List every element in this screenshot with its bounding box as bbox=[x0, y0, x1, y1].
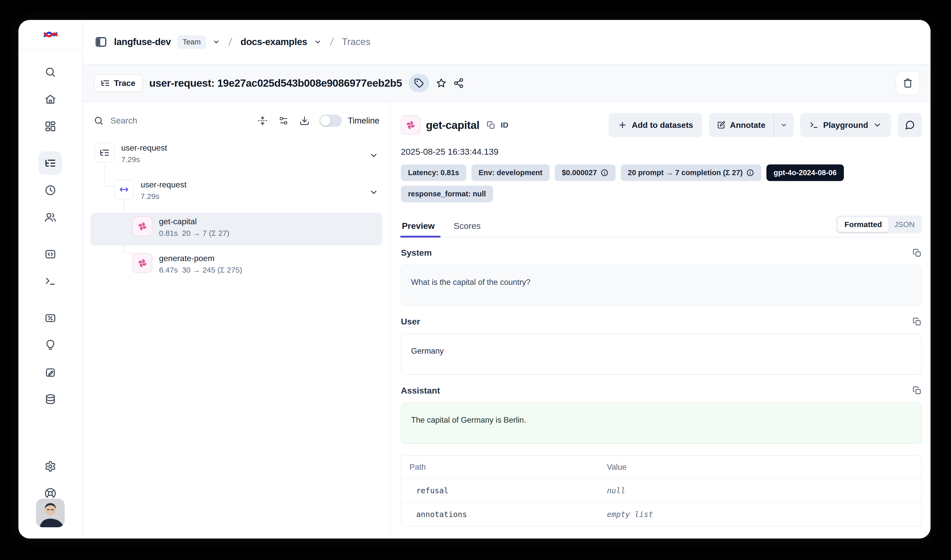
assistant-message-box: The capital of Germany is Berlin. bbox=[401, 403, 922, 444]
terminal-icon bbox=[45, 275, 56, 287]
io-sections: System What is the capital of the countr… bbox=[401, 238, 922, 538]
latency-badge: Latency: 0.81s bbox=[401, 165, 466, 181]
annotate-dropdown-chevron[interactable] bbox=[774, 113, 794, 137]
node-label: get-capital bbox=[159, 217, 229, 226]
id-label: ID bbox=[501, 121, 508, 129]
node-label: user-request bbox=[141, 180, 187, 189]
breadcrumb-org[interactable]: langfuse-dev bbox=[114, 37, 171, 47]
breadcrumb-page[interactable]: Traces bbox=[342, 37, 371, 47]
share-button[interactable] bbox=[453, 78, 464, 88]
value-cell: empty list bbox=[607, 510, 913, 519]
info-icon bbox=[746, 169, 754, 177]
database-icon bbox=[45, 394, 56, 405]
assistant-section-header: Assistant bbox=[401, 386, 921, 395]
user-avatar[interactable] bbox=[36, 498, 65, 527]
annotate-button[interactable]: Annotate bbox=[709, 113, 774, 137]
tab-preview[interactable]: Preview bbox=[401, 221, 440, 237]
output-properties-table: Path Value refusal null annotations empt… bbox=[401, 455, 922, 526]
sidebar-item-sessions[interactable] bbox=[38, 178, 62, 202]
add-to-datasets-button[interactable]: Add to datasets bbox=[609, 113, 702, 137]
user-heading: User bbox=[401, 317, 420, 326]
system-section-header: System bbox=[401, 248, 921, 258]
sidebar-item-evaluations[interactable] bbox=[38, 306, 62, 330]
langfuse-logo[interactable] bbox=[18, 20, 82, 49]
table-row: refusal null bbox=[402, 479, 921, 503]
assistant-heading: Assistant bbox=[401, 386, 440, 395]
org-switcher-chevron[interactable] bbox=[212, 38, 220, 46]
trace-type-label: Trace bbox=[114, 78, 135, 88]
sidebar-item-settings[interactable] bbox=[38, 455, 62, 478]
tags-button[interactable] bbox=[409, 74, 429, 92]
lightbulb-icon bbox=[45, 339, 56, 351]
sidebar-item-playground[interactable] bbox=[38, 269, 62, 293]
bookmark-star-button[interactable] bbox=[436, 78, 446, 88]
sidebar-toggle-button[interactable] bbox=[95, 35, 108, 48]
percent-card-icon bbox=[45, 312, 56, 324]
observation-tree: user-request 7.29s bbox=[91, 139, 382, 282]
tree-node-generation[interactable]: generate-poem 6.47s 30 → 245 (Σ 275) bbox=[91, 249, 382, 282]
sidebar-item-prompts[interactable] bbox=[38, 242, 62, 266]
collapse-all-button[interactable] bbox=[257, 115, 268, 126]
generation-type-icon bbox=[401, 115, 420, 135]
breadcrumb-project[interactable]: docs-examples bbox=[240, 37, 307, 47]
copy-icon[interactable] bbox=[913, 317, 921, 326]
tree-node-span[interactable]: user-request 7.29s bbox=[91, 176, 382, 209]
sidebar-item-datasets[interactable] bbox=[38, 388, 62, 411]
terminal-icon bbox=[809, 120, 819, 130]
node-label: user-request bbox=[121, 143, 167, 153]
assistant-message-text: The capital of Germany is Berlin. bbox=[411, 415, 526, 425]
search-icon bbox=[45, 66, 56, 78]
node-duration: 7.29s bbox=[121, 155, 167, 164]
path-column-header: Path bbox=[409, 463, 607, 472]
sidebar-item-insights[interactable] bbox=[38, 334, 62, 357]
message-bubble-icon bbox=[905, 120, 915, 130]
delete-trace-button[interactable] bbox=[896, 71, 920, 95]
sidebar-item-annotation-queues[interactable] bbox=[38, 360, 62, 384]
node-label: generate-poem bbox=[159, 254, 242, 263]
project-switcher-chevron[interactable] bbox=[314, 38, 322, 46]
copy-id-button[interactable] bbox=[487, 121, 495, 129]
tree-node-generation-selected[interactable]: get-capital 0.81s 20 → 7 (Σ 27) bbox=[91, 213, 382, 246]
sidebar-item-users[interactable] bbox=[38, 206, 62, 229]
download-button[interactable] bbox=[299, 115, 309, 126]
tab-scores[interactable]: Scores bbox=[453, 221, 486, 237]
tree-node-trace[interactable]: user-request 7.29s bbox=[91, 139, 382, 172]
timeline-toggle[interactable] bbox=[319, 115, 342, 127]
tree-search-input[interactable]: Search bbox=[111, 116, 137, 126]
view-json-option[interactable]: JSON bbox=[889, 217, 920, 232]
rail-nav bbox=[18, 49, 82, 538]
view-formatted-option[interactable]: Formatted bbox=[838, 217, 889, 232]
square-pen-icon bbox=[717, 121, 725, 129]
main-column: langfuse-dev Team / docs-examples / Trac… bbox=[83, 20, 931, 538]
gear-icon bbox=[45, 460, 56, 472]
sidebar-item-dashboards[interactable] bbox=[38, 115, 62, 138]
trace-header-bar: Trace user-request: 19e27ac025d543b008e9… bbox=[83, 65, 931, 102]
detail-tabs: Preview Scores Formatted JSON bbox=[401, 215, 922, 238]
system-heading: System bbox=[401, 248, 432, 258]
chevron-down-icon bbox=[314, 38, 322, 46]
tree-settings-button[interactable] bbox=[279, 115, 289, 126]
collapse-node-chevron[interactable] bbox=[369, 188, 379, 197]
node-metrics: 6.47s 30 → 245 (Σ 275) bbox=[159, 266, 242, 274]
list-tree-icon bbox=[100, 148, 110, 158]
copy-icon[interactable] bbox=[913, 386, 921, 395]
life-buoy-icon bbox=[45, 488, 56, 499]
trace-type-badge[interactable]: Trace bbox=[94, 74, 143, 92]
download-icon bbox=[299, 115, 309, 126]
copy-icon[interactable] bbox=[913, 249, 921, 257]
model-badge[interactable]: gpt-4o-2024-08-06 bbox=[766, 165, 844, 181]
comments-button[interactable] bbox=[898, 113, 922, 137]
playground-button[interactable]: Playground bbox=[800, 113, 891, 137]
copy-icon bbox=[487, 121, 495, 129]
sidebar-item-home[interactable] bbox=[38, 88, 62, 111]
collapse-node-chevron[interactable] bbox=[369, 151, 379, 160]
plus-icon bbox=[618, 120, 627, 130]
chevron-down-icon bbox=[369, 188, 379, 197]
view-mode-toggle: Formatted JSON bbox=[836, 215, 922, 234]
sidebar-item-tracing[interactable] bbox=[38, 151, 62, 175]
sidebar-item-search[interactable] bbox=[38, 60, 62, 84]
generation-node-icon bbox=[132, 216, 152, 236]
user-section-header: User bbox=[401, 317, 921, 326]
value-cell: null bbox=[607, 486, 913, 495]
metric-badges-row: Latency: 0.81s Env: development $0.00002… bbox=[401, 165, 922, 181]
